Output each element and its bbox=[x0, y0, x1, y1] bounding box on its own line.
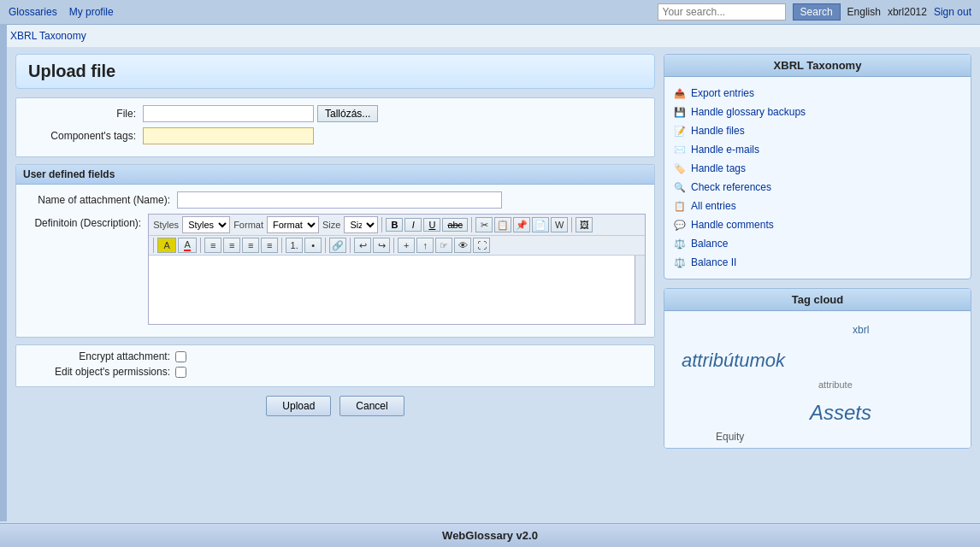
tags-input[interactable] bbox=[143, 127, 314, 144]
undo-icon[interactable]: ↩ bbox=[354, 238, 371, 253]
udf-body: Name of attachment (Name): Definitoin (D… bbox=[16, 185, 654, 337]
permissions-row: Edit object's permissions: bbox=[25, 366, 646, 378]
format-label: Format bbox=[233, 220, 263, 230]
sidebar-link-label: Handle files bbox=[691, 125, 745, 137]
ordered-list-icon[interactable]: 1. bbox=[286, 238, 303, 253]
footer-text: WebGlossary v2.0 bbox=[442, 529, 538, 542]
sidebar-link[interactable]: 💬Handle comments bbox=[673, 215, 962, 234]
taxonomy-links: 📤Export entries💾Handle glossary backups📝… bbox=[664, 77, 971, 279]
rte-scrollbar[interactable] bbox=[635, 256, 645, 324]
underline-button[interactable]: U bbox=[423, 218, 440, 232]
align-center-icon[interactable]: ≡ bbox=[223, 238, 240, 253]
desc-row: Definitoin (Description): Styles Styles … bbox=[25, 214, 646, 325]
unordered-list-icon[interactable]: • bbox=[304, 238, 322, 253]
page-title: Upload file bbox=[28, 62, 642, 81]
sidebar-link[interactable]: 📋All entries bbox=[673, 197, 962, 215]
sidebar-link[interactable]: 🏷️Handle tags bbox=[673, 159, 962, 178]
sidebar-link[interactable]: 💾Handle glossary backups bbox=[673, 103, 962, 121]
rte-separator-2 bbox=[471, 217, 472, 232]
nav-left: Glossaries My profile bbox=[9, 6, 646, 18]
file-section-body: File: Tallózás... Component's tags: bbox=[16, 98, 654, 156]
sidebar-link-icon: 📝 bbox=[673, 124, 687, 138]
rte-content-area[interactable] bbox=[149, 256, 645, 324]
sidebar-link-label: Handle tags bbox=[691, 162, 746, 174]
tags-row: Component's tags: bbox=[25, 127, 646, 144]
rte-separator-3 bbox=[571, 217, 572, 232]
insert-image-icon[interactable]: 🖼 bbox=[576, 217, 593, 232]
footer: WebGlossary v2.0 bbox=[0, 523, 980, 547]
encrypt-label: Encrypt attachment: bbox=[25, 350, 170, 362]
preview-icon[interactable]: 👁 bbox=[454, 238, 471, 253]
desc-label: Definitoin (Description): bbox=[25, 214, 141, 229]
sidebar-link[interactable]: 📤Export entries bbox=[673, 84, 962, 103]
name-input[interactable] bbox=[177, 191, 502, 209]
color-text-icon[interactable]: A bbox=[178, 238, 197, 253]
file-label: File: bbox=[25, 108, 136, 120]
redo-icon[interactable]: ↪ bbox=[373, 238, 390, 253]
copy-icon[interactable]: 📋 bbox=[494, 217, 511, 232]
tag-item[interactable]: attribútumok bbox=[682, 350, 785, 372]
action-buttons: Upload Cancel bbox=[15, 396, 655, 416]
color-bg-icon[interactable]: A bbox=[157, 238, 176, 253]
cancel-button[interactable]: Cancel bbox=[339, 396, 404, 416]
sidebar-link[interactable]: ⚖️Balance II bbox=[673, 253, 962, 272]
left-accent bbox=[0, 24, 7, 521]
page-title-box: Upload file bbox=[15, 54, 655, 89]
tag-item[interactable]: attribute bbox=[818, 379, 853, 390]
file-text-input[interactable] bbox=[143, 105, 314, 122]
sidebar-link-label: Check references bbox=[691, 181, 771, 193]
user-defined-fields-section: User defined fields Name of attachment (… bbox=[15, 164, 655, 338]
permissions-checkbox[interactable] bbox=[175, 367, 186, 378]
language-selector[interactable]: English bbox=[847, 6, 881, 18]
sidebar-link-icon: 💬 bbox=[673, 218, 687, 232]
search-input[interactable] bbox=[658, 3, 786, 21]
sidebar-link-label: Balance bbox=[691, 238, 728, 250]
name-label: Name of attachment (Name): bbox=[25, 194, 170, 206]
format-select[interactable]: Format bbox=[267, 216, 319, 233]
abc-button[interactable]: abc bbox=[442, 218, 468, 232]
search-button[interactable]: Search bbox=[793, 3, 841, 21]
styles-label: Styles bbox=[153, 220, 179, 230]
breadcrumb-link[interactable]: XBRL Taxonomy bbox=[10, 30, 86, 42]
add-row-icon[interactable]: + bbox=[398, 238, 415, 253]
rte-separator-4 bbox=[153, 238, 154, 253]
upload-button[interactable]: Upload bbox=[266, 396, 331, 416]
cut-icon[interactable]: ✂ bbox=[475, 217, 493, 232]
bold-button[interactable]: B bbox=[386, 218, 403, 232]
signout-link[interactable]: Sign out bbox=[934, 6, 971, 18]
size-label: Size bbox=[322, 220, 340, 230]
tag-item[interactable]: Assets bbox=[810, 401, 871, 425]
size-select[interactable]: Size bbox=[344, 216, 378, 233]
nav-glossaries[interactable]: Glossaries bbox=[9, 6, 57, 18]
rte-separator-9 bbox=[393, 238, 394, 253]
browse-button[interactable]: Tallózás... bbox=[317, 105, 378, 122]
fullscreen-icon[interactable]: ⛶ bbox=[473, 238, 490, 253]
tagcloud-box: Tag cloud xbrlattribútumokattributeAsset… bbox=[664, 288, 971, 449]
sidebar-link-icon: 📋 bbox=[673, 199, 687, 213]
italic-button[interactable]: I bbox=[404, 218, 422, 232]
file-input-area: Tallózás... bbox=[143, 105, 378, 122]
tag-item[interactable]: xbrl bbox=[853, 324, 869, 336]
hand-icon[interactable]: ☞ bbox=[435, 238, 452, 253]
paste-word-icon[interactable]: W bbox=[551, 217, 568, 232]
sidebar-link[interactable]: 📝Handle files bbox=[673, 121, 962, 140]
sidebar-link-label: Handle glossary backups bbox=[691, 106, 806, 118]
sidebar-link[interactable]: ⚖️Balance bbox=[673, 234, 962, 253]
sidebar-link[interactable]: 🔍Check references bbox=[673, 178, 962, 197]
rte-separator-7 bbox=[325, 238, 326, 253]
paste-icon[interactable]: 📌 bbox=[513, 217, 530, 232]
align-right-icon[interactable]: ≡ bbox=[242, 238, 259, 253]
encrypt-checkbox[interactable] bbox=[175, 351, 186, 362]
sidebar-link[interactable]: ✉️Handle e-mails bbox=[673, 140, 962, 159]
tagcloud-title: Tag cloud bbox=[664, 289, 971, 311]
tag-item[interactable]: Equity bbox=[716, 431, 744, 443]
link-icon[interactable]: 🔗 bbox=[329, 238, 346, 253]
move-up-icon[interactable]: ↑ bbox=[416, 238, 434, 253]
file-section: File: Tallózás... Component's tags: bbox=[15, 97, 655, 157]
sidebar-link-icon: ⚖️ bbox=[673, 256, 687, 269]
align-justify-icon[interactable]: ≡ bbox=[261, 238, 278, 253]
styles-select[interactable]: Styles bbox=[182, 216, 230, 233]
nav-myprofile[interactable]: My profile bbox=[69, 6, 114, 18]
paste-text-icon[interactable]: 📄 bbox=[532, 217, 549, 232]
align-left-icon[interactable]: ≡ bbox=[204, 238, 221, 253]
